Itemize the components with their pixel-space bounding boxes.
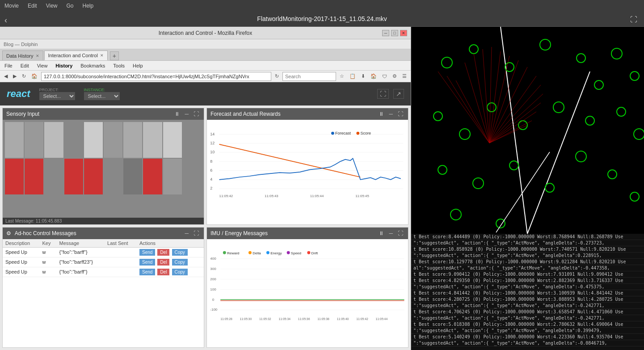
svg-text:11:05:42: 11:05:42 (356, 317, 368, 320)
expand-icon[interactable]: ⛶ (396, 111, 404, 117)
minimize-icon[interactable]: ─ (183, 111, 190, 117)
home-button[interactable]: 🏠 (29, 72, 39, 80)
bookmark-manage-button[interactable]: 📋 (348, 72, 358, 80)
minimize-icon[interactable]: ─ (183, 230, 190, 236)
search-input[interactable] (282, 72, 336, 81)
adhoc-panel-title: ⚙ Ad-hoc Control Messages (6, 230, 76, 236)
tab-close-active-icon[interactable]: ✕ (100, 53, 104, 58)
movie-menu[interactable]: Movie (0, 2, 23, 10)
forecast-panel: Forecast and Actual Rewards ⏸ ─ ⛶ 14 12 (206, 108, 408, 225)
log-line: t Best score:10.129778 (0) Policy:-1000.… (411, 259, 644, 265)
bookmarks-menu[interactable]: Bookmarks (78, 62, 107, 69)
pause-icon[interactable]: ⏸ (377, 111, 385, 117)
share-icon[interactable]: ↗ (393, 89, 404, 99)
copy-button[interactable]: Copy (172, 249, 188, 256)
search-refresh-button[interactable]: ↻ (273, 72, 281, 80)
cell-actions: Send Del Copy (137, 267, 204, 277)
instance-select[interactable]: Select... (84, 92, 120, 100)
expand-icon[interactable]: ⛶ (192, 111, 200, 117)
sensory-bar-6 (104, 122, 122, 158)
svg-text:Speed: Speed (291, 251, 301, 255)
edit-menu[interactable]: Edit (23, 2, 42, 10)
address-bar[interactable] (41, 72, 271, 81)
svg-text:11:05:32: 11:05:32 (259, 317, 271, 320)
sim-svg (411, 27, 644, 234)
react-header: react PROJECT: Select... INSTANCE: Selec… (0, 82, 411, 105)
svg-text:11:05:30: 11:05:30 (240, 317, 252, 320)
del-button[interactable]: Del (157, 259, 169, 266)
expand-icon[interactable]: ⛶ (192, 230, 200, 236)
sensory-panel-title: Sensory Input (6, 111, 39, 117)
back-button[interactable]: ◀ (2, 72, 9, 80)
col-message: Message (57, 239, 105, 248)
video-expand-button[interactable]: ⛶ (630, 16, 637, 24)
reload-button[interactable]: ↻ (20, 72, 28, 80)
log-line: ":"suggestedAct", "action":{ "_type":"Ac… (411, 328, 644, 334)
minimize-button[interactable]: ─ (382, 30, 389, 36)
svg-point-25 (248, 251, 252, 254)
view-menu[interactable]: View (42, 2, 62, 10)
minimize-icon[interactable]: ─ (387, 230, 394, 236)
video-back-button[interactable]: ‹ (4, 16, 7, 25)
help-menu[interactable]: Help (78, 2, 98, 10)
sensory-bar-5 (84, 122, 103, 158)
new-tab-button[interactable]: + (110, 51, 119, 60)
tab-data-history[interactable]: Data History ✕ (2, 51, 43, 60)
history-menu[interactable]: History (53, 62, 75, 69)
send-button[interactable]: Send (139, 249, 155, 256)
cell-key: w (39, 257, 56, 267)
svg-text:200: 200 (210, 277, 216, 281)
edit-menu[interactable]: Edit (18, 62, 31, 69)
help-menu[interactable]: Help (130, 62, 145, 69)
svg-point-23 (223, 251, 226, 254)
pause-icon[interactable]: ⏸ (173, 111, 181, 117)
go-menu[interactable]: Go (62, 2, 78, 10)
send-button[interactable]: Send (139, 269, 155, 275)
sensory-panel-controls: ⏸ ─ ⛶ (173, 111, 200, 117)
forward-button[interactable]: ▶ (11, 72, 18, 80)
send-button[interactable]: Send (139, 259, 155, 266)
file-menu[interactable]: File (2, 62, 15, 69)
log-line: ":"suggestedAct", "action":{ "_type":"Ac… (411, 315, 644, 321)
del-button[interactable]: Del (157, 249, 169, 256)
adhoc-body: Description Key Message Last Sent Action… (3, 239, 204, 347)
svg-text:-100: -100 (210, 308, 218, 312)
sensory-bar-r1 (5, 159, 24, 194)
dev-button[interactable]: ⚙ (391, 72, 399, 80)
tab-close-icon[interactable]: ✕ (36, 54, 39, 58)
shield-button[interactable]: 🛡 (380, 73, 389, 80)
fullscreen-icon[interactable]: ⛶ (377, 89, 389, 99)
log-panel: t Best score:8.444489 (0) Policy:-1000.0… (411, 234, 644, 350)
cell-actions: Send Del Copy (137, 247, 204, 257)
copy-button[interactable]: Copy (172, 269, 188, 275)
project-select[interactable]: Select... (39, 92, 75, 100)
del-button[interactable]: Del (157, 269, 169, 275)
bookmark-star-button[interactable]: ☆ (338, 72, 346, 80)
pause-icon[interactable]: ⏸ (377, 230, 385, 236)
table-row: Speed Up w {"foo":"barff"} Send Del Copy (3, 247, 204, 257)
svg-rect-56 (411, 27, 644, 234)
minimize-icon[interactable]: ─ (387, 111, 394, 117)
close-button[interactable]: ✕ (400, 30, 407, 36)
table-row: Speed Up w {"foo":"barff"} Send Del Copy (3, 267, 204, 277)
tab-interaction-control[interactable]: Interaction and Control ✕ (44, 51, 108, 60)
svg-text:6: 6 (210, 168, 212, 173)
svg-text:11:05:45: 11:05:45 (355, 194, 369, 198)
svg-text:11:05:43: 11:05:43 (265, 194, 278, 198)
menu-open-button[interactable]: ☰ (400, 72, 408, 80)
expand-icon[interactable]: ⛶ (396, 230, 404, 236)
browser-window: Interaction and Control - Mozilla Firefo… (0, 27, 411, 350)
home2-button[interactable]: 🏠 (369, 72, 379, 80)
svg-text:300: 300 (210, 267, 216, 271)
browser-toolbar: ◀ ▶ ↻ 🏠 ↻ ☆ 📋 ⬇ 🏠 🛡 ⚙ ☰ (0, 71, 411, 82)
log-line: ":"suggestedAct", "action":{ "_type":"Ac… (411, 340, 644, 346)
view-menu[interactable]: View (35, 62, 50, 69)
log-line: al":"suggestedAct", "action":{ "_type":"… (411, 265, 644, 271)
maximize-button[interactable]: □ (391, 30, 398, 36)
tools-menu[interactable]: Tools (111, 62, 127, 69)
window-controls: ─ □ ✕ (382, 30, 407, 36)
download-button[interactable]: ⬇ (359, 72, 367, 80)
copy-button[interactable]: Copy (172, 259, 188, 266)
svg-point-17 (356, 132, 359, 135)
video-titlebar: Movie Edit View Go Help ‹ FlatworldMonit… (0, 0, 644, 27)
